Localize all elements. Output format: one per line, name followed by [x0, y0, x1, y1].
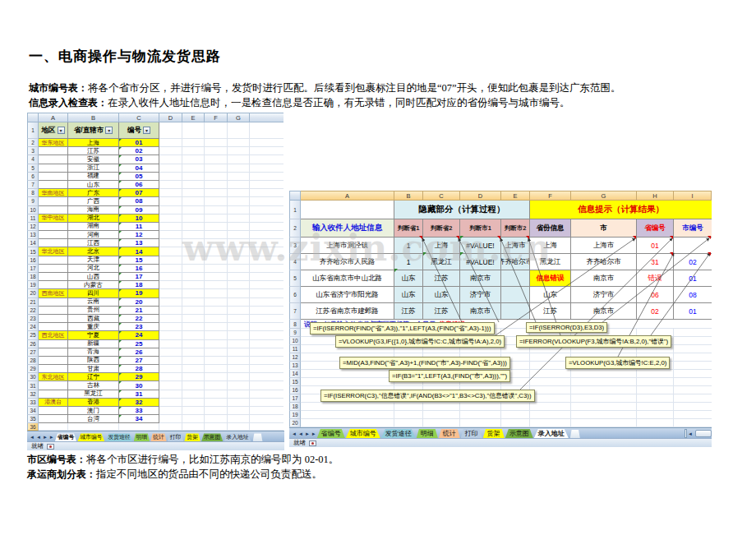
empty-cell[interactable] [159, 289, 182, 297]
empty-cell[interactable] [250, 423, 284, 431]
empty-cell[interactable] [394, 353, 423, 362]
data-cell[interactable]: 1 [394, 254, 423, 270]
empty-cell[interactable] [301, 345, 394, 353]
row-number[interactable]: 35 [27, 415, 39, 423]
region-cell[interactable] [39, 307, 68, 315]
empty-cell[interactable] [205, 365, 228, 373]
empty-cell[interactable] [205, 173, 228, 181]
empty-cell[interactable] [250, 407, 284, 415]
column-header-f[interactable]: F [205, 113, 228, 122]
province-cell[interactable]: 澳门 [68, 407, 119, 415]
empty-cell[interactable] [460, 411, 501, 419]
row-number[interactable]: 26 [27, 340, 39, 348]
empty-cell[interactable] [205, 298, 228, 307]
sheet-tab[interactable]: 示意图 [201, 433, 223, 441]
empty-cell[interactable] [205, 281, 228, 289]
empty-cell[interactable] [250, 315, 284, 323]
sheet-tab[interactable]: 城市编号 [346, 429, 380, 438]
empty-cell[interactable] [182, 247, 205, 256]
empty-cell[interactable] [571, 419, 637, 427]
row-number[interactable]: 29 [27, 365, 39, 373]
sheet-tab[interactable]: 省编号 [317, 429, 345, 438]
row-number[interactable]: 10 [27, 206, 39, 214]
empty-cell[interactable] [205, 307, 228, 315]
data-cell[interactable]: 南京市 [571, 270, 637, 287]
row-number[interactable]: 10 [289, 337, 301, 345]
empty-cell[interactable] [250, 206, 284, 214]
empty-cell[interactable] [530, 394, 571, 403]
tab-scroll-button[interactable]: ► [305, 430, 310, 438]
row-number[interactable]: 5 [27, 164, 39, 173]
empty-cell[interactable] [530, 353, 571, 362]
empty-cell[interactable] [228, 298, 250, 307]
province-cell[interactable]: 贵州 [68, 307, 119, 315]
province-cell[interactable]: 浙江 [68, 164, 119, 173]
column-header-e[interactable]: E [501, 191, 530, 201]
empty-cell[interactable] [205, 340, 228, 348]
empty-cell[interactable] [637, 370, 674, 378]
data-cell[interactable]: 01 [674, 303, 712, 320]
region-cell[interactable] [39, 231, 68, 239]
empty-cell[interactable] [250, 307, 284, 315]
region-cell[interactable] [39, 265, 68, 273]
empty-cell[interactable] [182, 273, 205, 281]
region-cell[interactable] [39, 315, 68, 323]
province-cell[interactable]: 云南 [68, 298, 119, 307]
empty-cell[interactable] [159, 399, 182, 407]
empty-cell[interactable] [394, 337, 423, 345]
empty-cell[interactable] [228, 223, 250, 231]
empty-cell[interactable] [159, 281, 182, 289]
province-cell[interactable]: 安徽 [68, 155, 119, 164]
select-all-corner[interactable] [289, 191, 301, 201]
data-cell[interactable]: 江苏 [423, 303, 460, 320]
empty-cell[interactable] [205, 147, 228, 155]
empty-cell[interactable] [250, 390, 284, 399]
column-header-c[interactable]: C [119, 113, 159, 122]
row-number[interactable]: 11 [289, 345, 301, 353]
empty-cell[interactable] [530, 411, 571, 419]
empty-cell[interactable] [205, 223, 228, 231]
empty-cell[interactable] [250, 197, 284, 205]
empty-cell[interactable] [301, 378, 394, 386]
empty-cell[interactable] [637, 345, 674, 353]
empty-cell[interactable] [228, 323, 250, 331]
data-cell[interactable]: 信息错误 [530, 270, 571, 287]
empty-cell[interactable] [205, 189, 228, 197]
empty-cell[interactable] [228, 189, 250, 197]
empty-cell[interactable] [501, 386, 530, 394]
empty-cell[interactable] [571, 362, 637, 370]
empty-cell[interactable] [159, 214, 182, 223]
empty-cell[interactable] [228, 273, 250, 281]
empty-cell[interactable] [205, 289, 228, 297]
province-cell[interactable]: 吉林 [68, 381, 119, 390]
empty-cell[interactable] [205, 256, 228, 265]
empty-cell[interactable] [159, 239, 182, 247]
row-number[interactable]: 7 [27, 181, 39, 189]
empty-cell[interactable] [250, 357, 284, 365]
empty-cell[interactable] [301, 419, 394, 427]
sheet-tab[interactable]: 录入地址 [224, 433, 251, 441]
empty-cell[interactable] [674, 353, 712, 362]
empty-cell[interactable] [159, 265, 182, 273]
empty-cell[interactable] [301, 362, 394, 370]
empty-cell[interactable] [159, 155, 182, 164]
empty-cell[interactable] [250, 173, 284, 181]
code-cell[interactable]: 06 [119, 181, 159, 189]
empty-cell[interactable] [228, 381, 250, 390]
empty-cell[interactable] [394, 419, 423, 427]
empty-cell[interactable] [637, 394, 674, 403]
empty-cell[interactable] [205, 331, 228, 339]
empty-cell[interactable] [423, 370, 460, 378]
empty-cell[interactable] [205, 348, 228, 357]
row-number[interactable]: 16 [289, 386, 301, 394]
empty-cell[interactable] [250, 281, 284, 289]
empty-cell[interactable] [159, 197, 182, 205]
data-cell[interactable]: 08 [674, 287, 712, 303]
empty-cell[interactable] [159, 307, 182, 315]
empty-cell[interactable] [394, 329, 423, 337]
empty-cell[interactable] [571, 370, 637, 378]
empty-cell[interactable] [423, 337, 460, 345]
row-number[interactable]: 15 [27, 247, 39, 256]
empty-cell[interactable] [501, 337, 530, 345]
empty-cell[interactable] [571, 378, 637, 386]
